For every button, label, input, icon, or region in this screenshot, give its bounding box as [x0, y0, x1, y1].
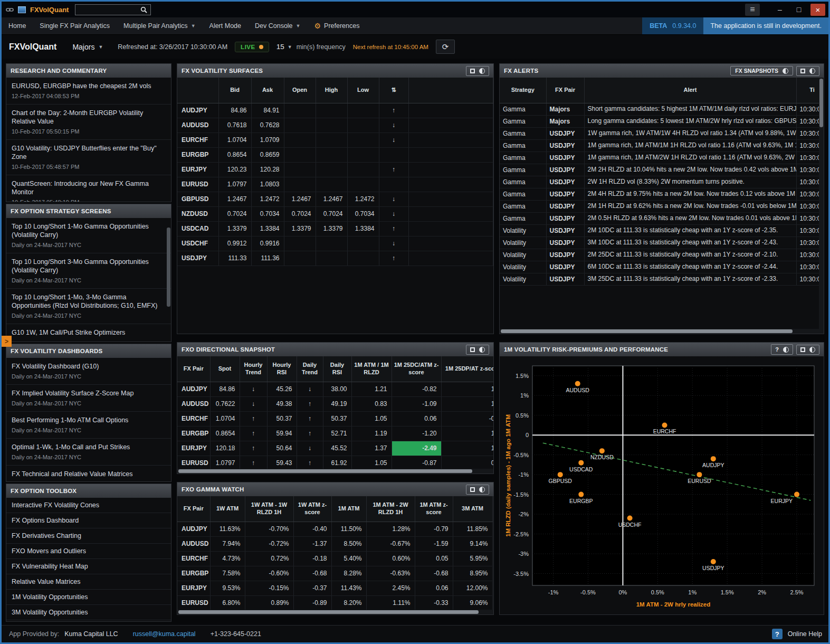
scrollbar-horizontal[interactable]	[500, 329, 824, 334]
scatter-point[interactable]	[558, 472, 563, 477]
alert-row[interactable]: GammaMajorsLong gamma candidates: 5 lowe…	[500, 115, 824, 127]
menu-item-dev-console[interactable]: Dev Console▼	[248, 17, 308, 34]
scrollbar-thumb[interactable]	[501, 329, 793, 333]
list-item[interactable]: Best Performing 1-Mo ATM Call OptionsDai…	[6, 412, 171, 439]
column-header[interactable]: Ask	[251, 78, 284, 103]
column-header[interactable]: Bid	[218, 78, 251, 103]
alert-row[interactable]: VolatilityUSDJPY2M 25DC at 111.33 is sta…	[500, 249, 824, 261]
scope-dropdown[interactable]: Majors ▼	[72, 43, 103, 51]
list-item[interactable]: Top 10 Long/Short 1-Mo, 3-Mo Gamma Oppor…	[6, 289, 171, 324]
alert-row[interactable]: GammaUSDJPY2W 1H RLZD vol (8.33%) 2W mom…	[500, 176, 824, 188]
list-item[interactable]: EURUSD, EURGBP have the cheapest 2M vols…	[6, 78, 171, 105]
column-header[interactable]: Hourly RSI	[267, 356, 297, 382]
search-input[interactable]	[75, 5, 137, 14]
scrollbar-thumb[interactable]	[819, 79, 823, 127]
panel-options-icon[interactable]	[783, 347, 789, 353]
fx-pair-link[interactable]: EURJPY	[177, 162, 218, 177]
scrollbar-thumb[interactable]	[178, 610, 479, 614]
column-header[interactable]	[177, 78, 218, 103]
scatter-point[interactable]	[662, 422, 667, 428]
scrollbar-horizontal[interactable]	[177, 610, 493, 614]
column-header[interactable]: 1M 25DP/AT z-score	[441, 356, 493, 382]
list-item[interactable]: QuantScreen: Introducing our New FX Gamm…	[6, 175, 171, 202]
expand-panel-icon[interactable]	[470, 487, 475, 492]
list-item[interactable]: Chart of the Day: 2-Month EURGBP Volatil…	[6, 105, 171, 140]
fx-pair-cell[interactable]: AUDJPY	[177, 522, 210, 536]
menu-item-single-fx-pair-analytics[interactable]: Single FX Pair Analytics	[33, 17, 117, 34]
toolbox-item[interactable]: Relative Value Matrices	[6, 574, 171, 590]
column-header[interactable]: 1W ATM	[210, 496, 245, 522]
fx-pair-cell[interactable]: EURGBP	[177, 566, 210, 581]
alert-row[interactable]: GammaUSDJPY1M gamma rich, 1M ATM/1M 1H R…	[500, 139, 824, 151]
alert-row[interactable]: VolatilityUSDJPY6M 10DC at 111.33 is sta…	[500, 261, 824, 273]
online-help-link[interactable]: Online Help	[788, 630, 822, 638]
scatter-point[interactable]	[711, 456, 716, 461]
scrollbar-thumb[interactable]	[167, 228, 170, 307]
column-header[interactable]: 1M ATM z-score	[415, 496, 453, 522]
toolbox-item[interactable]: 3M Volatility Opportunities	[6, 605, 171, 620]
fx-pair-link[interactable]: NZDUSD	[177, 206, 218, 221]
fx-pair-cell[interactable]: EURUSD	[177, 456, 210, 470]
fx-pair-link[interactable]: USDJPY	[177, 251, 218, 266]
panel-options-icon[interactable]	[479, 347, 485, 353]
column-header[interactable]: 1W ATM z-score	[293, 496, 331, 522]
list-item[interactable]: FX Volatility Dashboard (G10)Daily on 24…	[6, 358, 171, 385]
link-icon[interactable]	[6, 6, 14, 13]
alert-row[interactable]: GammaUSDJPY1W gamma rich, 1W ATM/1W 4H R…	[500, 127, 824, 139]
fx-pair-link[interactable]: AUDJPY	[177, 103, 218, 118]
column-header[interactable]: Open	[284, 78, 316, 103]
fx-pair-link[interactable]: EURGBP	[177, 147, 218, 162]
alert-row[interactable]: GammaMajorsShort gamma candidates: 5 hig…	[500, 103, 824, 115]
scrollbar-horizontal[interactable]	[177, 469, 493, 473]
fx-pair-cell[interactable]: AUDUSD	[177, 536, 210, 551]
list-item[interactable]: FX Implied Volatility Surface Z-Score Ma…	[6, 385, 171, 412]
fx-pair-link[interactable]: USDCAD	[177, 221, 218, 236]
toolbox-item[interactable]: Interactive FX Volatility Cones	[6, 498, 171, 513]
fx-snapshots-button[interactable]: FX SNAPSHOTS	[730, 66, 793, 75]
scatter-point[interactable]	[711, 559, 716, 564]
column-header[interactable]: 1W ATM - 1W RLZD 1H	[245, 496, 293, 522]
alert-row[interactable]: GammaUSDJPY2M 1H RLZD at 9.62% hits a ne…	[500, 200, 824, 212]
fx-pair-cell[interactable]: AUDUSD	[177, 396, 210, 411]
help-icon[interactable]: ?	[775, 346, 779, 353]
refresh-button[interactable]: ⟳	[436, 40, 455, 54]
panel-options-icon[interactable]	[809, 347, 815, 353]
column-header[interactable]: 3M ATM	[453, 496, 492, 522]
menu-item-multiple-pair-analytics[interactable]: Multiple Pair Analytics▼	[117, 17, 203, 34]
scrollbar-vertical[interactable]	[166, 218, 171, 342]
alert-row[interactable]: GammaUSDJPY2M 0.5H RLZD at 9.63% hits a …	[500, 212, 824, 224]
toolbox-item[interactable]: FX Options Dashboard	[6, 513, 171, 528]
fx-pair-cell[interactable]: EURJPY	[177, 581, 210, 595]
menu-item-alert-mode[interactable]: Alert Mode	[203, 17, 248, 34]
expand-panel-icon[interactable]	[800, 347, 805, 352]
expand-panel-icon[interactable]	[470, 69, 475, 73]
panel-options-icon[interactable]	[479, 487, 485, 493]
fx-pair-cell[interactable]: EURCHF	[177, 411, 210, 426]
list-item[interactable]: G10 Volatility: USDJPY Butterflies enter…	[6, 140, 171, 175]
expand-panel-icon[interactable]	[470, 347, 475, 352]
fx-pair-link[interactable]: EURCHF	[177, 132, 218, 147]
list-item[interactable]: G10 1W, 1M Call/Put Strike Optimizers	[6, 324, 171, 342]
fx-pair-cell[interactable]: EURGBP	[177, 426, 210, 441]
menu-item-home[interactable]: Home	[2, 17, 33, 34]
expand-panel-icon[interactable]	[800, 69, 805, 73]
column-header[interactable]: Spot	[210, 356, 240, 382]
column-header[interactable]: Daily Trend	[297, 356, 323, 382]
fx-pair-cell[interactable]: AUDJPY	[177, 382, 210, 396]
column-header[interactable]: Strategy	[500, 78, 546, 103]
column-header[interactable]: 1M ATM / 1M RLZD	[351, 356, 392, 382]
toolbox-item[interactable]: FXO Movers and Outliers	[6, 544, 171, 559]
fx-pair-cell[interactable]: EURCHF	[177, 551, 210, 566]
column-header[interactable]: FX Pair	[177, 356, 210, 382]
column-header[interactable]: 1M ATM - 2W RLZD 1H	[366, 496, 415, 522]
search-icon[interactable]	[137, 5, 150, 15]
column-header[interactable]: 1M ATM	[331, 496, 366, 522]
scatter-point[interactable]	[697, 472, 702, 477]
alert-row[interactable]: VolatilityUSDJPY2M 10DC at 111.33 is sta…	[500, 224, 824, 236]
fx-pair-link[interactable]: USDCHF	[177, 236, 218, 251]
scatter-point[interactable]	[794, 492, 799, 497]
panel-options-icon[interactable]	[809, 68, 815, 74]
close-button[interactable]: ×	[810, 4, 825, 16]
fx-pair-link[interactable]: EURUSD	[177, 177, 218, 192]
column-header[interactable]: 1M 25DC/ATM z-score	[392, 356, 441, 382]
